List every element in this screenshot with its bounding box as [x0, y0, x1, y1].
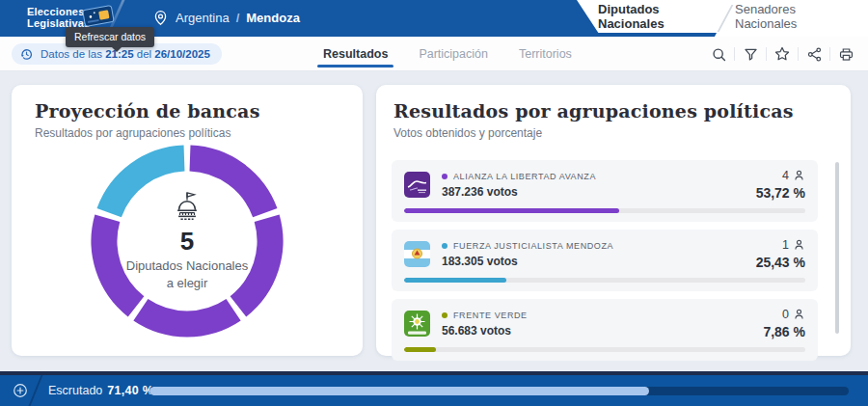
party-bar-track — [404, 278, 805, 283]
star-icon[interactable] — [772, 43, 793, 65]
party-votes: 387.236 votos — [442, 185, 756, 199]
refresh-tooltip: Refrescar datos — [66, 27, 154, 47]
party-bar-track — [404, 208, 805, 213]
party-row-frente-verde[interactable]: FRENTE VERDE 56.683 votos 0 — [392, 299, 818, 361]
party-percent: 7,86 % — [763, 324, 805, 339]
location-country[interactable]: Argentina — [176, 11, 230, 25]
toolbar-actions — [708, 43, 856, 65]
party-votes: 183.305 votos — [442, 255, 756, 268]
party-color-dot — [442, 312, 448, 318]
party-bar-fill — [404, 347, 436, 352]
tab-resultados[interactable]: Resultados — [323, 37, 388, 71]
results-card-title: Resultados por agrupaciones políticas — [393, 100, 833, 122]
party-color-dot — [442, 243, 448, 249]
party-logo-alla — [404, 172, 430, 198]
seats-card-title: Proyección de bancas — [35, 100, 345, 122]
escrutado-percent: 71,40 % — [107, 384, 153, 397]
results-card-subtitle: Votos obtenidos y porcentaje — [393, 126, 833, 140]
toolbar-separator — [829, 47, 830, 61]
toolbar-separator — [798, 47, 799, 61]
escrutado-label: Escrutado — [48, 384, 102, 397]
party-row-alianza-la-libertad-avanza[interactable]: ALIANZA LA LIBERTAD AVANZA 387.236 votos… — [392, 160, 818, 222]
escrutado-progress-track — [149, 387, 849, 395]
party-logo-fjm — [404, 241, 430, 267]
scrutiny-progress-bar: Escrutado71,40 % — [0, 371, 868, 406]
footer-decor-slash — [29, 375, 43, 406]
print-icon[interactable] — [835, 43, 856, 65]
party-bar-fill — [404, 208, 619, 213]
expand-circle-plus-icon[interactable] — [12, 382, 29, 399]
party-bar-fill — [404, 278, 506, 283]
tab-participacion[interactable]: Participación — [419, 37, 488, 71]
results-card: Resultados por agrupaciones políticas Vo… — [376, 85, 851, 356]
data-timestamp-date: 26/10/2025 — [154, 48, 210, 60]
party-row-fuerza-justicialista-mendoza[interactable]: FUERZA JUSTICIALISTA MENDOZA 183.305 vot… — [392, 230, 818, 291]
tab-territorios[interactable]: Territorios — [519, 37, 572, 71]
search-icon[interactable] — [708, 43, 729, 65]
refresh-clock-icon — [19, 47, 34, 62]
active-tab-underline — [593, 33, 717, 37]
party-name: FUERZA JUSTICIALISTA MENDOZA — [453, 241, 613, 251]
party-seats-count: 1 — [782, 238, 789, 252]
party-logo-fv — [404, 311, 430, 337]
party-color-dot — [442, 174, 448, 179]
escrutado-progress-fill — [149, 387, 649, 395]
tab-diputados-nacionales[interactable]: Diputados Nacionales — [598, 0, 723, 33]
person-icon — [793, 169, 805, 182]
party-percent: 53,72 % — [756, 185, 805, 201]
map-pin-icon — [152, 9, 169, 27]
seats-projection-card: Proyección de bancas Resultados por agru… — [12, 85, 363, 356]
person-icon — [793, 238, 805, 252]
data-timestamp-middle: del — [137, 48, 151, 60]
breadcrumb-location[interactable]: Argentina / Mendoza — [152, 9, 300, 27]
party-results-list: ALIANZA LA LIBERTAD AVANZA 387.236 votos… — [392, 160, 818, 368]
party-percent: 25,43 % — [756, 255, 805, 270]
view-tabs: Resultados Participación Territorios — [323, 37, 572, 71]
list-scrollbar[interactable] — [835, 162, 839, 334]
toolbar-separator — [734, 47, 735, 61]
person-icon — [793, 308, 805, 321]
chamber-tabs: Diputados Nacionales Senadores Nacionale… — [569, 0, 868, 37]
party-name: ALIANZA LA LIBERTAD AVANZA — [453, 172, 596, 181]
seats-card-subtitle: Resultados por agrupaciones políticas — [35, 126, 345, 140]
party-votes: 56.683 votos — [442, 324, 763, 338]
filter-icon[interactable] — [740, 43, 761, 65]
seats-donut-chart: 5 Diputados Nacionales a elegir — [91, 145, 284, 338]
party-seats-count: 4 — [782, 169, 789, 182]
data-timestamp-prefix: Datos de las — [41, 48, 102, 60]
share-icon[interactable] — [803, 43, 825, 65]
party-seats-count: 0 — [782, 308, 789, 321]
party-name: FRENTE VERDE — [453, 311, 528, 320]
toolbar-separator — [766, 47, 767, 61]
location-province[interactable]: Mendoza — [246, 11, 300, 25]
party-bar-track — [404, 347, 805, 352]
location-separator: / — [236, 11, 240, 25]
tab-senadores-nacionales[interactable]: Senadores Nacionales — [735, 0, 860, 33]
